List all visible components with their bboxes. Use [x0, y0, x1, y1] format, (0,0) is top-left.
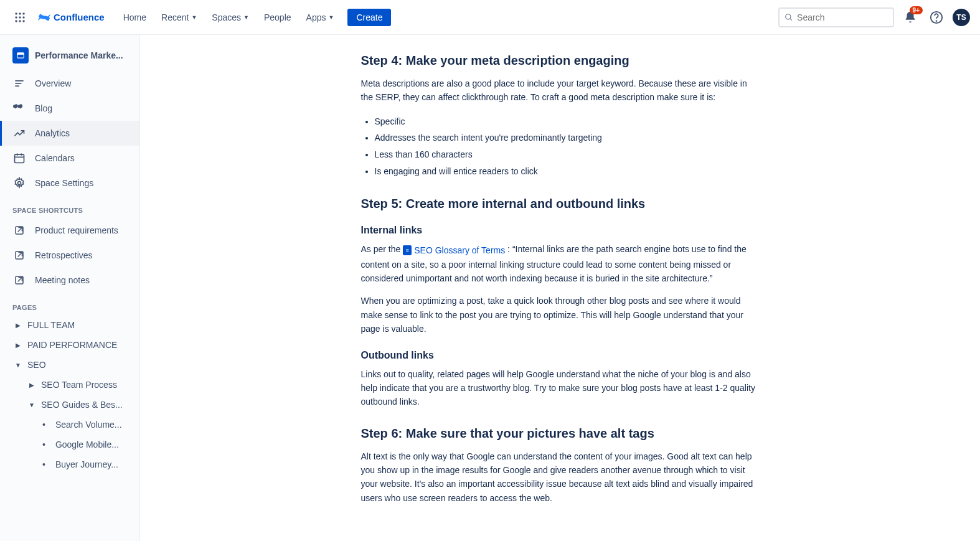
section-shortcuts-label: SPACE SHORTCUTS	[0, 195, 139, 218]
help-icon[interactable]	[926, 7, 946, 27]
page-buyer-journey[interactable]: Buyer Journey...	[0, 454, 139, 474]
article: Step 4: Make your meta description engag…	[361, 54, 760, 505]
page-seo[interactable]: ▼SEO	[0, 355, 139, 375]
search-box[interactable]	[778, 7, 894, 27]
document-icon: ≡	[403, 245, 412, 255]
chevron-down-icon: ▼	[191, 14, 197, 21]
list-item: Addresses the search intent you're predo…	[375, 129, 760, 146]
outbound-links-body: Links out to quality, related pages will…	[361, 367, 760, 409]
internal-links-p2: When you are optimizing a post, take a q…	[361, 294, 760, 336]
step4-body: Meta descriptions are also a good place …	[361, 77, 760, 105]
sidebar: Performance Marke... Overview Blog Analy…	[0, 35, 140, 541]
step5-heading: Step 5: Create more internal and outboun…	[361, 197, 760, 211]
shortcut-meeting-notes[interactable]: Meeting notes	[0, 268, 139, 293]
svg-line-28	[18, 278, 22, 282]
svg-line-26	[18, 253, 22, 257]
section-pages-label: PAGES	[0, 293, 139, 315]
svg-rect-14	[17, 53, 24, 55]
svg-rect-8	[23, 20, 25, 22]
search-input[interactable]	[797, 12, 888, 22]
sidebar-settings[interactable]: Space Settings	[0, 171, 139, 195]
svg-rect-0	[16, 12, 17, 14]
page-full-team[interactable]: ▶FULL TEAM	[0, 315, 139, 335]
external-link-icon	[12, 273, 26, 287]
nav-spaces[interactable]: Spaces▼	[205, 9, 255, 26]
nav-home[interactable]: Home	[117, 9, 153, 26]
user-avatar[interactable]: TS	[953, 9, 970, 26]
glossary-link[interactable]: ≡SEO Glossary of Terms	[403, 243, 505, 257]
chevron-down-icon: ▼	[243, 14, 249, 21]
analytics-icon	[12, 126, 26, 140]
external-link-icon	[12, 248, 26, 262]
notification-badge: 9+	[910, 6, 923, 14]
app-switcher-icon[interactable]	[10, 7, 30, 27]
sidebar-analytics[interactable]: Analytics	[0, 121, 139, 146]
chevron-right-icon: ▶	[12, 342, 24, 349]
svg-point-9	[786, 14, 791, 19]
gear-icon	[12, 176, 26, 190]
svg-rect-3	[16, 16, 17, 18]
nav-apps[interactable]: Apps▼	[300, 9, 341, 26]
svg-rect-6	[16, 20, 17, 22]
page-search-volume[interactable]: Search Volume...	[0, 415, 139, 435]
svg-rect-1	[19, 12, 21, 14]
page-paid-performance[interactable]: ▶PAID PERFORMANCE	[0, 335, 139, 355]
search-icon	[784, 12, 793, 22]
internal-links-heading: Internal links	[361, 225, 760, 236]
chevron-down-icon: ▼	[26, 402, 37, 408]
notifications-icon[interactable]: 9+	[900, 7, 920, 27]
step6-body: Alt text is the only way that Google can…	[361, 449, 760, 506]
space-title: Performance Marke...	[35, 50, 123, 60]
list-item: Less than 160 characters	[375, 146, 760, 163]
svg-line-10	[790, 18, 792, 20]
svg-rect-5	[23, 16, 25, 18]
chevron-right-icon: ▶	[12, 322, 24, 329]
global-header: Confluence Home Recent▼ Spaces▼ People A…	[0, 0, 980, 35]
calendar-icon	[12, 151, 26, 165]
sidebar-blog[interactable]: Blog	[0, 96, 139, 121]
shortcut-product-requirements[interactable]: Product requirements	[0, 218, 139, 243]
sidebar-calendars[interactable]: Calendars	[0, 146, 139, 171]
step6-heading: Step 6: Make sure that your pictures hav…	[361, 426, 760, 441]
blog-icon	[12, 101, 26, 115]
svg-rect-2	[23, 12, 25, 14]
external-link-icon	[12, 223, 26, 237]
nav-people[interactable]: People	[258, 9, 298, 26]
page-seo-guides[interactable]: ▼SEO Guides & Bes...	[0, 395, 139, 415]
svg-point-12	[936, 21, 937, 21]
svg-rect-4	[19, 16, 21, 18]
step4-list: Specific Addresses the search intent you…	[375, 113, 760, 179]
primary-nav: Home Recent▼ Spaces▼ People Apps▼ Create	[117, 9, 392, 26]
shortcut-retrospectives[interactable]: Retrospectives	[0, 243, 139, 268]
space-header[interactable]: Performance Marke...	[0, 42, 139, 71]
main-content: Step 4: Make your meta description engag…	[140, 35, 980, 541]
list-item: Specific	[375, 113, 760, 130]
sidebar-overview[interactable]: Overview	[0, 71, 139, 96]
step4-heading: Step 4: Make your meta description engag…	[361, 54, 760, 68]
svg-rect-7	[19, 20, 21, 22]
list-item: Is engaging and will entice readers to c…	[375, 163, 760, 180]
chevron-right-icon: ▶	[26, 382, 37, 388]
svg-rect-18	[15, 154, 24, 162]
svg-point-22	[18, 182, 21, 185]
space-icon	[12, 47, 29, 64]
page-seo-team-process[interactable]: ▶SEO Team Process	[0, 375, 139, 395]
chevron-down-icon: ▼	[12, 362, 24, 369]
nav-recent[interactable]: Recent▼	[155, 9, 203, 26]
create-button[interactable]: Create	[347, 9, 391, 26]
confluence-logo[interactable]: Confluence	[32, 11, 110, 24]
outbound-links-heading: Outbound links	[361, 350, 760, 361]
page-google-mobile[interactable]: Google Mobile...	[0, 435, 139, 454]
header-right: 9+ TS	[778, 7, 970, 27]
svg-line-24	[18, 228, 22, 232]
overview-icon	[12, 77, 26, 90]
brand-label: Confluence	[54, 12, 105, 22]
chevron-down-icon: ▼	[328, 14, 334, 21]
internal-links-p1: As per the ≡SEO Glossary of Terms : “Int…	[361, 242, 760, 285]
